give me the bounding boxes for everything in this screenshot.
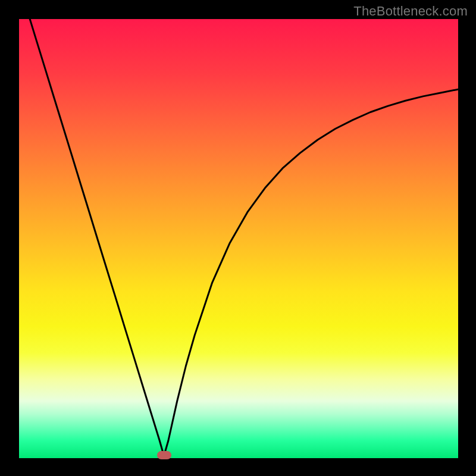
watermark-text: TheBottleneck.com (353, 4, 468, 19)
curve-svg (19, 19, 458, 458)
chart-container: TheBottleneck.com (0, 0, 476, 476)
optimal-marker (157, 451, 171, 459)
bottleneck-curve-path (19, 19, 458, 456)
plot-area (19, 19, 458, 458)
